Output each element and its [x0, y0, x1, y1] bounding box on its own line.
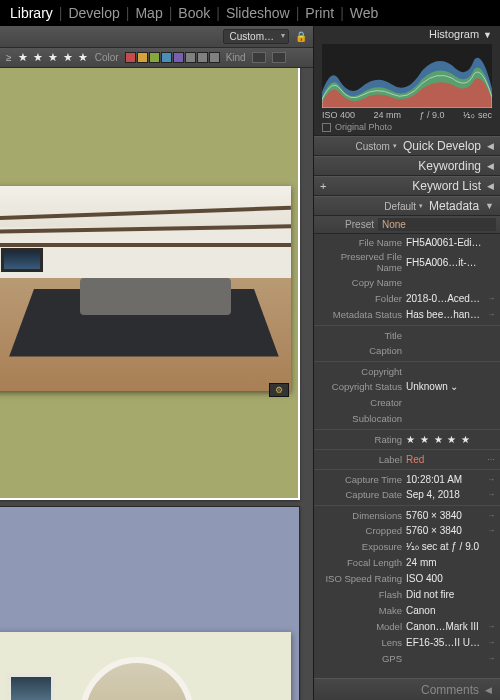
arrow-icon[interactable]: → — [486, 511, 496, 520]
metadata-value[interactable]: 10:28:01 AM — [406, 474, 482, 485]
module-web[interactable]: Web — [350, 5, 379, 21]
metadata-value[interactable]: Canon…Mark III — [406, 621, 482, 632]
histo-iso[interactable]: ISO 400 — [322, 110, 355, 120]
qd-preset-dropdown[interactable]: Custom — [356, 141, 397, 152]
metadata-row[interactable]: Preserved File NameFH5A006…it-Edit.psd — [314, 250, 500, 274]
swatch-none1[interactable] — [185, 52, 196, 63]
rating-filter[interactable]: ★ ★ ★ ★ ★ — [18, 51, 89, 64]
metadata-row[interactable]: ISO Speed RatingISO 400 — [314, 570, 500, 586]
kind-all-icon[interactable] — [252, 52, 266, 63]
grid-cell-2[interactable] — [0, 506, 300, 700]
metadata-row[interactable]: Dimensions5760 × 3840→ — [314, 505, 500, 522]
preset-value[interactable]: None — [378, 218, 496, 231]
arrow-icon[interactable]: → — [486, 638, 496, 647]
keyword-list-header[interactable]: + Keyword List ◀ — [314, 176, 500, 196]
metadata-value[interactable]: 5760 × 3840 — [406, 525, 482, 536]
metadata-row[interactable]: Copyright StatusUnknown ⌄ — [314, 378, 500, 394]
thumbnail-2[interactable] — [0, 632, 291, 700]
metadata-row[interactable]: Creator — [314, 394, 500, 410]
arrow-icon[interactable]: → — [486, 490, 496, 499]
metadata-preset-row[interactable]: Preset None — [314, 216, 500, 234]
metadata-row[interactable]: MakeCanon — [314, 602, 500, 618]
module-book[interactable]: Book — [178, 5, 210, 21]
histogram-title[interactable]: Histogram — [429, 28, 479, 40]
chevron-down-icon[interactable]: ▼ — [483, 30, 492, 40]
metadata-value[interactable]: Sep 4, 2018 — [406, 489, 482, 500]
metadata-value[interactable]: FH5A0061-Edit-Edit.psd — [406, 237, 482, 248]
metadata-set-dropdown[interactable]: Default — [384, 201, 423, 212]
metadata-value[interactable]: ¹⁄₁₀ sec at ƒ / 9.0 — [406, 541, 482, 552]
lock-icon[interactable]: 🔒 — [295, 31, 307, 42]
metadata-value[interactable]: Unknown ⌄ — [406, 381, 482, 392]
metadata-row[interactable]: Title — [314, 325, 500, 342]
arrow-icon[interactable]: → — [486, 475, 496, 484]
label-value[interactable]: Red — [406, 454, 482, 465]
metadata-value[interactable]: FH5A006…it-Edit.psd — [406, 257, 482, 268]
arrow-icon[interactable]: → — [486, 526, 496, 535]
histo-focal[interactable]: 24 mm — [374, 110, 402, 120]
metadata-value[interactable]: 2018-0…Acedera — [406, 293, 482, 304]
metadata-row[interactable]: Caption — [314, 342, 500, 358]
metadata-value[interactable]: Did not fire — [406, 589, 482, 600]
module-develop[interactable]: Develop — [68, 5, 119, 21]
chevron-down-icon: ▼ — [485, 201, 494, 211]
metadata-row[interactable]: File NameFH5A0061-Edit-Edit.psd — [314, 234, 500, 250]
swatch-yellow[interactable] — [137, 52, 148, 63]
metadata-row[interactable]: Capture DateSep 4, 2018→ — [314, 486, 500, 502]
metadata-row[interactable]: GPS→ — [314, 650, 500, 666]
metadata-row[interactable]: Copyright — [314, 361, 500, 378]
swatch-blue[interactable] — [161, 52, 172, 63]
module-slideshow[interactable]: Slideshow — [226, 5, 290, 21]
badge-icon[interactable]: ⚙ — [269, 383, 289, 397]
checkbox-icon — [322, 123, 331, 132]
rating-op[interactable]: ≥ — [6, 52, 12, 63]
histo-aperture[interactable]: ƒ / 9.0 — [419, 110, 444, 120]
metadata-row[interactable]: LensEF16-35…II USM→ — [314, 634, 500, 650]
metadata-row-label[interactable]: Label Red ⋯ — [314, 449, 500, 466]
attribute-filter-bar: ≥ ★ ★ ★ ★ ★ Color Kind — [0, 48, 313, 68]
metadata-value[interactable]: 5760 × 3840 — [406, 510, 482, 521]
metadata-row[interactable]: ModelCanon…Mark III→ — [314, 618, 500, 634]
comments-header[interactable]: Comments ◀ — [314, 678, 500, 700]
metadata-row[interactable]: Sublocation — [314, 410, 500, 426]
grid-view[interactable]: ⚙ — [0, 68, 313, 700]
arrow-icon[interactable]: → — [486, 654, 496, 663]
metadata-row-rating[interactable]: Rating ★ ★ ★ ★ ★ — [314, 429, 500, 446]
metadata-value[interactable]: ISO 400 — [406, 573, 482, 584]
metadata-row[interactable]: FlashDid not fire — [314, 586, 500, 602]
swatch-purple[interactable] — [173, 52, 184, 63]
metadata-value[interactable]: Canon — [406, 605, 482, 616]
swatch-green[interactable] — [149, 52, 160, 63]
arrow-icon[interactable]: → — [486, 622, 496, 631]
metadata-row[interactable]: Folder2018-0…Acedera→ — [314, 290, 500, 306]
arrow-icon[interactable]: → — [486, 294, 496, 303]
module-library[interactable]: Library — [10, 5, 53, 21]
metadata-row[interactable]: Copy Name — [314, 274, 500, 290]
metadata-row[interactable]: Metadata StatusHas bee…hanged→ — [314, 306, 500, 322]
swatch-red[interactable] — [125, 52, 136, 63]
swatch-none3[interactable] — [209, 52, 220, 63]
metadata-row[interactable]: Cropped5760 × 3840→ — [314, 522, 500, 538]
thumbnail-1[interactable] — [0, 186, 291, 391]
module-map[interactable]: Map — [135, 5, 162, 21]
histo-shutter[interactable]: ¹⁄₁₀ sec — [463, 110, 492, 120]
arrow-icon[interactable]: ⋯ — [486, 455, 496, 464]
metadata-value[interactable]: EF16-35…II USM — [406, 637, 482, 648]
filter-preset-dropdown[interactable]: Custom… — [223, 29, 289, 44]
kind-photo-icon[interactable] — [272, 52, 286, 63]
metadata-row[interactable]: Capture Time10:28:01 AM→ — [314, 469, 500, 486]
original-photo-toggle[interactable]: Original Photo — [322, 122, 492, 135]
swatch-none2[interactable] — [197, 52, 208, 63]
metadata-row[interactable]: Focal Length24 mm — [314, 554, 500, 570]
grid-cell-1[interactable]: ⚙ — [0, 68, 300, 500]
rating-value[interactable]: ★ ★ ★ ★ ★ — [406, 434, 482, 445]
arrow-icon[interactable]: → — [486, 310, 496, 319]
quick-develop-header[interactable]: Custom Quick Develop ◀ — [314, 136, 500, 156]
metadata-header[interactable]: Default Metadata ▼ — [314, 196, 500, 216]
metadata-row[interactable]: Exposure¹⁄₁₀ sec at ƒ / 9.0 — [314, 538, 500, 554]
metadata-value[interactable]: Has bee…hanged — [406, 309, 482, 320]
module-print[interactable]: Print — [305, 5, 334, 21]
keywording-header[interactable]: Keywording ◀ — [314, 156, 500, 176]
add-keyword-button[interactable]: + — [320, 180, 326, 192]
metadata-value[interactable]: 24 mm — [406, 557, 482, 568]
